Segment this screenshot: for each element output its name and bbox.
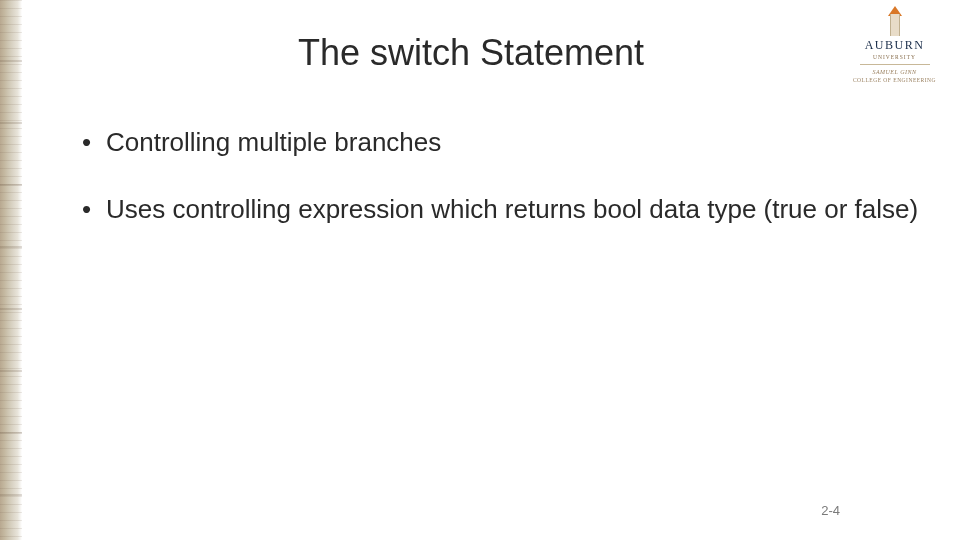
logo-subline: UNIVERSITY [847,54,942,60]
auburn-logo: AUBURN UNIVERSITY SAMUEL GINN COLLEGE OF… [847,6,942,84]
page-number: 2-4 [821,503,840,518]
tower-icon [886,6,904,36]
logo-divider [860,64,930,65]
logo-college: SAMUEL GINN COLLEGE OF ENGINEERING [847,69,942,84]
bullet-item: Controlling multiple branches [82,126,920,159]
book-spine-edge [0,0,22,540]
bullet-list: Controlling multiple branches Uses contr… [62,126,920,225]
slide-body: The switch Statement Controlling multipl… [22,0,960,540]
slide-title: The switch Statement [182,32,760,74]
logo-wordmark: AUBURN [847,38,942,53]
bullet-item: Uses controlling expression which return… [82,193,920,226]
